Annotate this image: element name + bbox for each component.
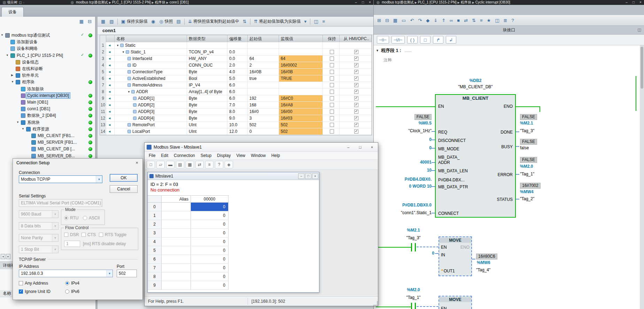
ipv4-radio[interactable]: IPv4 [65, 281, 79, 286]
move1-block[interactable]: MOVE EN ENO IN *OUT1 [439, 236, 472, 276]
start-value-cell[interactable]: 64 [248, 55, 279, 62]
empty-box-button[interactable]: □ [420, 36, 430, 44]
name-cell[interactable]: ActiveEstablished [115, 75, 187, 82]
maximize-button[interactable]: □ [305, 173, 311, 179]
start-value-cell[interactable]: true [248, 75, 279, 82]
header-retain[interactable]: 保持 [323, 35, 340, 42]
no-contact-bar[interactable] [411, 303, 412, 309]
about-button[interactable]: ◈ [225, 161, 233, 168]
retain-checkbox[interactable] [330, 116, 334, 120]
mb-data-ptr-operand-line2[interactable]: 0 WORD 10 [381, 184, 432, 189]
name-cell[interactable]: ADDR[3] [115, 108, 187, 115]
setup-definition-button[interactable]: ≡ [205, 161, 214, 168]
tree-item[interactable]: 数据块_2 [DB4] [0, 112, 95, 119]
instance-db-address[interactable]: %DB2 [435, 78, 516, 83]
port-field[interactable]: 502 [117, 270, 137, 277]
start-value-cell[interactable]: 2 [248, 62, 279, 68]
name-cell[interactable]: ▼Static_1 [115, 49, 187, 55]
retain-checkbox[interactable] [330, 110, 334, 114]
move1-in-operand[interactable]: 0 [412, 251, 434, 256]
scrollbar-thumb[interactable] [641, 47, 643, 89]
breadcrumb-item[interactable]: conn1 [DB1] [170, 0, 189, 4]
name-cell[interactable]: ID [115, 62, 187, 68]
network-collapse-icon[interactable]: ▼ [376, 49, 379, 52]
name-cell[interactable]: ConnectionType [115, 69, 187, 75]
tree-item[interactable]: ▶软件单元 [0, 72, 95, 79]
grid-alias-cell[interactable] [162, 203, 191, 211]
breadcrumb-item[interactable]: PLC_1 [CPU 1515-2 PN] [112, 0, 151, 4]
ok-button[interactable]: OK [110, 174, 138, 182]
tree-item[interactable]: MB_SERVER [FB1... [0, 139, 95, 146]
tree-item[interactable]: ▼程序资源 [0, 126, 95, 133]
hmi-checkbox[interactable] [354, 129, 358, 134]
move2-contact-name[interactable]: "Tag_1" [393, 295, 434, 300]
editor-settings-button[interactable]: ≣ [502, 16, 509, 24]
status-operand-name[interactable]: "Tag_2" [520, 196, 534, 202]
insert-network-button[interactable]: ⊞ [375, 16, 383, 24]
disconnect-operand[interactable]: 0 [381, 137, 432, 142]
mb-data-addr-operand[interactable]: 40001 [381, 160, 432, 165]
grid-value-cell[interactable]: 0 [191, 264, 228, 272]
delete-network-button[interactable]: ⊟ [383, 16, 391, 24]
tree-item[interactable]: ▼PLC_1 [CPU 1515-2 PN]✓ [0, 52, 95, 59]
start-value-cell[interactable] [248, 89, 279, 95]
expand-networks-button[interactable]: ⇅ [470, 16, 478, 24]
any-address-checkbox[interactable]: Any Address [19, 281, 48, 286]
datatype-cell[interactable]: UInt [187, 122, 227, 128]
maximize-button[interactable]: □ [354, 143, 366, 151]
header-monitorvalue[interactable]: 监视值 [279, 35, 323, 42]
grid-alias-cell[interactable] [162, 255, 191, 264]
move2-contact-address[interactable]: %M2.0 [393, 287, 434, 293]
close-button[interactable]: × [312, 173, 318, 179]
maximize-button[interactable]: □ [630, 0, 637, 5]
tree-item[interactable]: 在线和诊断 [0, 66, 95, 72]
ignore-unit-id-checkbox[interactable]: Ignore Unit ID [19, 289, 51, 294]
mb-data-len-operand[interactable]: 10 [381, 168, 432, 173]
print-button[interactable]: ▤ [176, 161, 184, 168]
dialog-titlebar[interactable]: Connection Setup × [13, 159, 142, 167]
split-editor-button[interactable]: ◫ [493, 16, 501, 24]
menu-item-display[interactable]: Display [214, 153, 233, 158]
datatype-cell[interactable]: Bool [187, 75, 227, 82]
retain-checkbox[interactable] [330, 50, 334, 54]
snapshot-button[interactable]: ◎快照 [157, 18, 174, 25]
tree-item[interactable]: ▼程序块 [0, 79, 95, 85]
save-file-button[interactable]: ▬ [166, 161, 174, 168]
tab-devices[interactable]: 设备 [1, 7, 24, 17]
grid-alias-cell[interactable] [162, 246, 191, 255]
grid-value-cell[interactable]: 0 [191, 246, 228, 255]
stop-button[interactable]: ■ [455, 16, 461, 24]
maximize-button[interactable]: □ [359, 0, 366, 5]
error-operand-address[interactable]: %M2.0 [520, 164, 533, 169]
name-cell[interactable]: InterfaceId [115, 55, 187, 62]
breadcrumb-item[interactable]: PLC_1 [CPU 1515-2 PN] [418, 0, 457, 4]
start-value-cell[interactable]: 192 [248, 95, 279, 101]
datatype-cell[interactable]: CONN_OUC [187, 62, 227, 68]
insert-row-button[interactable]: ▦ [391, 16, 399, 24]
settings-button[interactable]: ≡ [320, 18, 327, 25]
expander-down-icon[interactable]: ▼ [1, 33, 5, 37]
tree-item[interactable]: 添加新块 [0, 86, 95, 92]
retain-checkbox[interactable] [330, 63, 334, 67]
retain-checkbox[interactable] [330, 96, 334, 100]
cancel-button[interactable]: Cancel [110, 185, 138, 193]
communication-traffic-button[interactable]: ⇄ [195, 161, 204, 168]
vertical-scrollbar[interactable] [640, 45, 644, 309]
retain-checkbox[interactable] [330, 129, 334, 134]
resize-grip[interactable] [373, 301, 378, 306]
row-expander-icon[interactable]: ▼ [127, 90, 130, 93]
datatype-cell[interactable]: HW_ANY [187, 55, 227, 62]
close-button[interactable]: × [637, 0, 644, 5]
favorites-button[interactable]: ★ [485, 16, 493, 24]
name-cell[interactable]: ADDR[1] [115, 95, 187, 101]
ip-address-select[interactable]: 192.168.0.3 ▾ [19, 270, 113, 277]
req-operand-address[interactable]: %M0.5 [381, 121, 432, 126]
hmi-checkbox[interactable] [354, 123, 358, 127]
breadcrumb-item[interactable]: Cyclic interrupt [OB30] [475, 0, 510, 4]
req-operand-name[interactable]: "Clock_1Hz" [381, 128, 432, 134]
retain-checkbox[interactable] [330, 70, 334, 74]
close-button[interactable]: × [366, 0, 373, 5]
add-row-button[interactable]: ▧ [108, 18, 115, 25]
grid-value-cell[interactable]: 0 [191, 255, 228, 264]
tree-view-button[interactable]: ▦ [78, 17, 85, 25]
